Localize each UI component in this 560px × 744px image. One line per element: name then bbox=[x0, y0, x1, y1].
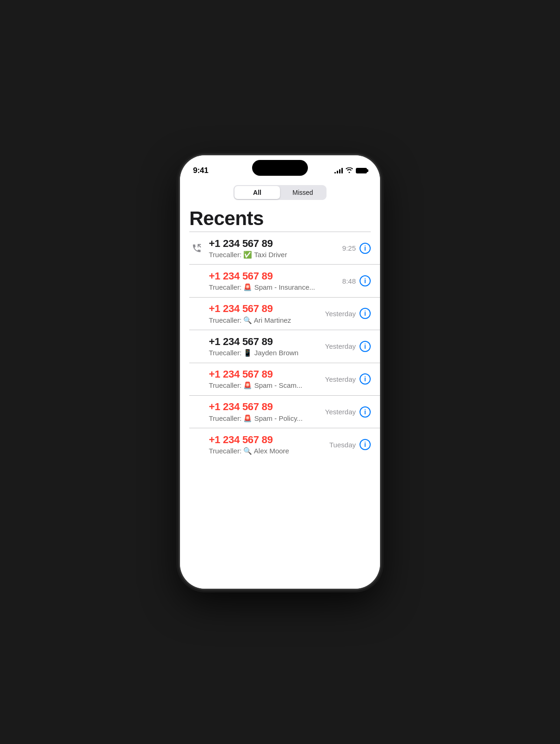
call-number-1: +1 234 567 89 bbox=[209, 238, 342, 250]
info-button-4[interactable]: i bbox=[360, 341, 371, 352]
call-meta-5: Yesterday i bbox=[325, 373, 371, 385]
status-bar: 9:41 bbox=[180, 155, 380, 179]
call-time-6: Yesterday bbox=[325, 408, 356, 416]
call-label-3: Truecaller: 🔍 Ari Martinez bbox=[209, 316, 325, 325]
call-number-4: +1 234 567 89 bbox=[209, 336, 325, 348]
call-meta-3: Yesterday i bbox=[325, 308, 371, 319]
signal-icon bbox=[334, 168, 343, 173]
call-number-3: +1 234 567 89 bbox=[209, 303, 325, 315]
phone-frame: 9:41 bbox=[180, 155, 380, 589]
call-meta-4: Yesterday i bbox=[325, 341, 371, 352]
call-time-1: 9:25 bbox=[342, 244, 356, 252]
call-details-3: +1 234 567 89 Truecaller: 🔍 Ari Martinez bbox=[209, 303, 325, 324]
wifi-icon bbox=[346, 167, 353, 174]
page-title: Recents bbox=[180, 204, 380, 232]
call-label-1: Truecaller: ✅ Taxi Driver bbox=[209, 251, 342, 259]
call-item-3[interactable]: +1 234 567 89 Truecaller: 🔍 Ari Martinez… bbox=[180, 297, 380, 330]
tab-missed[interactable]: Missed bbox=[280, 186, 326, 199]
status-time: 9:41 bbox=[193, 166, 208, 175]
call-number-7: +1 234 567 89 bbox=[209, 434, 329, 446]
call-item-2[interactable]: +1 234 567 89 Truecaller: 🚨 Spam - Insur… bbox=[180, 265, 380, 297]
call-time-7: Tuesday bbox=[329, 441, 356, 449]
call-item-5[interactable]: +1 234 567 89 Truecaller: 🚨 Spam - Scam.… bbox=[180, 363, 380, 395]
info-button-2[interactable]: i bbox=[360, 275, 371, 286]
call-details-5: +1 234 567 89 Truecaller: 🚨 Spam - Scam.… bbox=[209, 368, 325, 390]
call-list: +1 234 567 89 Truecaller: ✅ Taxi Driver … bbox=[180, 232, 380, 461]
call-item-7[interactable]: +1 234 567 89 Truecaller: 🔍 Alex Moore T… bbox=[180, 428, 380, 461]
call-details-4: +1 234 567 89 Truecaller: 📱 Jayden Brown bbox=[209, 336, 325, 357]
call-meta-2: 8:48 i bbox=[342, 275, 371, 286]
call-label-4: Truecaller: 📱 Jayden Brown bbox=[209, 349, 325, 357]
segment-wrapper: All Missed bbox=[233, 185, 327, 200]
call-label-6: Truecaller: 🚨 Spam - Policy... bbox=[209, 414, 325, 423]
call-meta-6: Yesterday i bbox=[325, 406, 371, 418]
call-label-2: Truecaller: 🚨 Spam - Insurance... bbox=[209, 283, 342, 292]
call-details-2: +1 234 567 89 Truecaller: 🚨 Spam - Insur… bbox=[209, 270, 342, 292]
call-number-6: +1 234 567 89 bbox=[209, 401, 325, 413]
call-meta-7: Tuesday i bbox=[329, 439, 371, 450]
call-time-3: Yesterday bbox=[325, 310, 356, 318]
call-time-5: Yesterday bbox=[325, 375, 356, 383]
info-button-3[interactable]: i bbox=[360, 308, 371, 319]
battery-icon bbox=[356, 168, 367, 173]
call-icon-1 bbox=[189, 243, 204, 253]
dynamic-island bbox=[252, 160, 308, 176]
tab-all[interactable]: All bbox=[234, 186, 280, 199]
status-icons bbox=[334, 167, 367, 174]
segment-control: All Missed bbox=[180, 185, 380, 200]
call-meta-1: 9:25 i bbox=[342, 243, 371, 254]
call-number-5: +1 234 567 89 bbox=[209, 368, 325, 380]
info-button-6[interactable]: i bbox=[360, 406, 371, 418]
call-details-7: +1 234 567 89 Truecaller: 🔍 Alex Moore bbox=[209, 434, 329, 455]
call-label-7: Truecaller: 🔍 Alex Moore bbox=[209, 447, 329, 455]
call-details-6: +1 234 567 89 Truecaller: 🚨 Spam - Polic… bbox=[209, 401, 325, 422]
call-item-1[interactable]: +1 234 567 89 Truecaller: ✅ Taxi Driver … bbox=[180, 232, 380, 265]
info-button-1[interactable]: i bbox=[360, 243, 371, 254]
call-details-1: +1 234 567 89 Truecaller: ✅ Taxi Driver bbox=[209, 238, 342, 259]
call-label-5: Truecaller: 🚨 Spam - Scam... bbox=[209, 381, 325, 390]
battery-fill bbox=[357, 169, 366, 173]
call-item-4[interactable]: +1 234 567 89 Truecaller: 📱 Jayden Brown… bbox=[180, 330, 380, 363]
screen: 9:41 bbox=[180, 155, 380, 589]
info-button-7[interactable]: i bbox=[360, 439, 371, 450]
call-time-2: 8:48 bbox=[342, 277, 356, 285]
info-button-5[interactable]: i bbox=[360, 373, 371, 385]
call-number-2: +1 234 567 89 bbox=[209, 270, 342, 282]
call-time-4: Yesterday bbox=[325, 342, 356, 350]
call-item-6[interactable]: +1 234 567 89 Truecaller: 🚨 Spam - Polic… bbox=[180, 395, 380, 428]
